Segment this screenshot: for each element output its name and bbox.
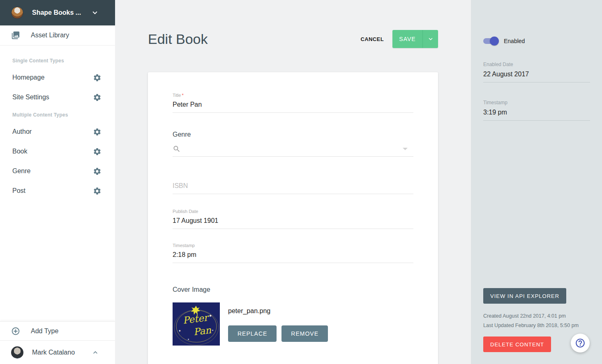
- edit-form-card: Title* Genre Publish Date Timestamp Cove…: [148, 72, 438, 364]
- gear-icon[interactable]: [93, 93, 101, 102]
- multiple-content-types-section: Multiple Content Types Author Book Genre…: [0, 112, 115, 201]
- toggle-knob: [490, 37, 499, 46]
- user-name: Mark Catalano: [32, 349, 91, 356]
- delete-content-button[interactable]: DELETE CONTENT: [483, 337, 551, 352]
- enabled-date-label: Enabled Date: [483, 62, 590, 67]
- dropdown-caret-icon[interactable]: [403, 148, 408, 150]
- sidebar-item-genre[interactable]: Genre: [0, 161, 115, 181]
- timestamp-input[interactable]: [173, 251, 413, 263]
- cover-image-meta: peter_pan.png REPLACE REMOVE: [228, 302, 328, 346]
- genre-field: Genre: [173, 131, 413, 157]
- created-text: Created August 22nd 2017, 4:01 pm: [483, 313, 590, 319]
- nav-item-label: Homepage: [12, 74, 44, 81]
- gear-icon[interactable]: [93, 73, 101, 82]
- chevron-down-icon: [90, 8, 99, 17]
- plus-circle-icon: [11, 327, 20, 336]
- svg-text:✦: ✦: [209, 314, 212, 318]
- svg-text:✦: ✦: [212, 329, 214, 332]
- title-label: Title*: [173, 93, 413, 98]
- cancel-button[interactable]: CANCEL: [360, 33, 385, 46]
- enabled-toggle[interactable]: [483, 38, 498, 44]
- add-type-label: Add Type: [31, 327, 58, 335]
- replace-image-button[interactable]: REPLACE: [228, 325, 277, 342]
- cover-image-filename: peter_pan.png: [228, 307, 328, 315]
- publish-date-input[interactable]: [173, 217, 413, 229]
- enabled-timestamp-input[interactable]: [483, 109, 590, 121]
- cover-image-thumbnail[interactable]: Peter Pan ✦ ✦ ✦ ✦: [173, 302, 220, 346]
- main-content: Edit Book CANCEL SAVE Title* Genre Publi…: [115, 0, 471, 364]
- last-updated-text: Last Updated February 8th 2018, 5:50 pm: [483, 323, 590, 328]
- remove-image-button[interactable]: REMOVE: [281, 325, 328, 342]
- title-field: Title*: [173, 93, 413, 113]
- title-input[interactable]: [173, 101, 413, 113]
- chevron-down-icon: [427, 35, 434, 43]
- photo-library-icon: [11, 31, 20, 40]
- page-title: Edit Book: [148, 31, 360, 47]
- single-content-types-section: Single Content Types Homepage Site Setti…: [0, 58, 115, 107]
- left-sidebar: Shape Books ... Asset Library Single Con…: [0, 0, 115, 364]
- isbn-input[interactable]: [173, 182, 413, 194]
- nav-item-label: Book: [12, 148, 27, 155]
- search-icon: [173, 145, 181, 153]
- enabled-date-field: Enabled Date: [483, 62, 590, 82]
- sidebar-item-post[interactable]: Post: [0, 181, 115, 201]
- asset-library-label: Asset Library: [31, 32, 69, 39]
- svg-text:✦: ✦: [178, 329, 181, 333]
- save-options-button[interactable]: [423, 30, 438, 48]
- enabled-date-input[interactable]: [483, 71, 590, 82]
- edit-header: Edit Book CANCEL SAVE: [148, 30, 438, 48]
- workspace-avatar: [11, 7, 23, 19]
- enabled-label: Enabled: [504, 38, 525, 44]
- user-avatar: [11, 346, 23, 359]
- cover-image-field: Cover Image Peter Pan ✦ ✦ ✦ ✦ peter_pan.…: [173, 286, 413, 346]
- genre-search-row: [173, 145, 413, 157]
- add-type-button[interactable]: Add Type: [0, 321, 115, 340]
- enabled-toggle-row: Enabled: [483, 38, 590, 44]
- genre-label: Genre: [173, 131, 413, 138]
- nav-item-label: Author: [12, 128, 32, 135]
- gear-icon[interactable]: [93, 128, 101, 136]
- cover-image-media: Peter Pan ✦ ✦ ✦ ✦ peter_pan.png REPLACE …: [173, 302, 413, 346]
- user-menu[interactable]: Mark Catalano: [0, 340, 115, 364]
- nav-item-label: Site Settings: [12, 94, 49, 101]
- svg-text:✦: ✦: [187, 338, 189, 341]
- timestamp-label: Timestamp: [173, 243, 413, 248]
- nav-item-label: Post: [12, 187, 25, 195]
- thumbnail-title-line2: Pan: [193, 325, 212, 337]
- help-icon: [575, 338, 586, 348]
- publish-date-label: Publish Date: [173, 209, 413, 214]
- content-type-nav: Single Content Types Homepage Site Setti…: [0, 46, 115, 321]
- sidebar-item-author[interactable]: Author: [0, 122, 115, 142]
- sidebar-item-book[interactable]: Book: [0, 142, 115, 161]
- genre-search-input[interactable]: [185, 145, 403, 153]
- workspace-switcher[interactable]: Shape Books ...: [0, 0, 115, 25]
- gear-icon[interactable]: [93, 147, 101, 156]
- gear-icon[interactable]: [93, 187, 101, 195]
- save-split-button: SAVE: [392, 30, 438, 48]
- chevron-up-icon: [91, 348, 99, 357]
- sidebar-item-site-settings[interactable]: Site Settings: [0, 87, 115, 107]
- required-asterisk: *: [182, 93, 183, 98]
- enabled-timestamp-field: Timestamp: [483, 100, 590, 121]
- nav-item-label: Genre: [12, 167, 30, 175]
- view-in-api-explorer-button[interactable]: VIEW IN API EXPLORER: [483, 288, 566, 304]
- cover-image-label: Cover Image: [173, 286, 413, 293]
- timestamp-field: Timestamp: [173, 243, 413, 263]
- section-label: Multiple Content Types: [0, 112, 115, 118]
- sidebar-item-asset-library[interactable]: Asset Library: [0, 25, 115, 46]
- workspace-name: Shape Books ...: [32, 9, 90, 16]
- section-label: Single Content Types: [0, 58, 115, 64]
- help-button[interactable]: [571, 334, 590, 353]
- isbn-field: [173, 182, 413, 194]
- publish-date-field: Publish Date: [173, 209, 413, 229]
- status-panel: Enabled Enabled Date Timestamp VIEW IN A…: [471, 0, 602, 364]
- sidebar-item-homepage[interactable]: Homepage: [0, 68, 115, 87]
- save-button[interactable]: SAVE: [392, 30, 423, 48]
- enabled-timestamp-label: Timestamp: [483, 100, 590, 105]
- gear-icon[interactable]: [93, 167, 101, 176]
